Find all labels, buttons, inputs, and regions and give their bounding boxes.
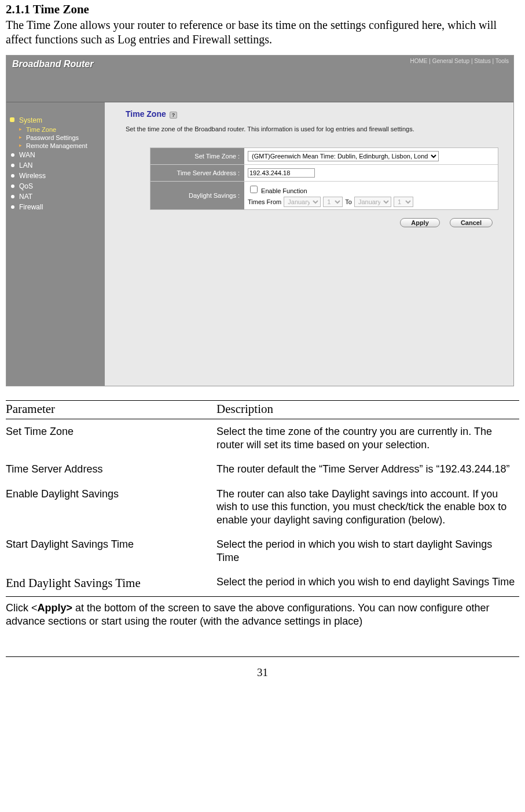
router-screenshot: Broadband Router HOME | General Setup | … bbox=[6, 55, 514, 386]
sidebar-sub-remote[interactable]: Remote Management bbox=[6, 142, 105, 150]
sidebar-item-wan[interactable]: WAN bbox=[6, 150, 105, 160]
row-param-0: Set Time Zone bbox=[6, 419, 216, 457]
row-param-1: Time Server Address bbox=[6, 457, 216, 482]
sidebar-item-system[interactable]: System bbox=[6, 115, 105, 126]
label-set-timezone: Set Time Zone : bbox=[150, 148, 244, 164]
router-brand: Broadband Router bbox=[12, 59, 93, 69]
row-desc-1: The router default the “Time Server Addr… bbox=[216, 457, 519, 482]
enable-daylight-checkbox[interactable] bbox=[250, 186, 258, 193]
main-title: Time Zone ? bbox=[126, 109, 503, 119]
sidebar-item-wireless[interactable]: Wireless bbox=[6, 171, 105, 181]
section-intro: The Time Zone allows your router to refe… bbox=[6, 18, 519, 47]
cancel-button[interactable]: Cancel bbox=[450, 218, 493, 227]
th-parameter: Parameter bbox=[6, 401, 216, 419]
row-param-2: Enable Daylight Savings bbox=[6, 482, 216, 533]
help-icon[interactable]: ? bbox=[170, 112, 178, 119]
sidebar-sub-timezone[interactable]: Time Zone bbox=[6, 126, 105, 134]
settings-form: Set Time Zone : (GMT)Greenwich Mean Time… bbox=[150, 147, 498, 210]
sidebar-item-nat[interactable]: NAT bbox=[6, 191, 105, 202]
row-desc-3: Select the period in which you wish to s… bbox=[216, 532, 519, 570]
from-month-select[interactable]: January bbox=[284, 197, 321, 207]
main-title-text: Time Zone bbox=[126, 109, 166, 119]
router-main: Time Zone ? Set the time zone of the Bro… bbox=[105, 102, 513, 386]
enable-daylight-label: Enable Function bbox=[261, 187, 307, 194]
row-desc-4: Select the period in which you wish to e… bbox=[216, 570, 519, 596]
parameter-table: Parameter Description Set Time Zone Sele… bbox=[6, 400, 519, 596]
after-pre: Click < bbox=[6, 602, 38, 614]
row-desc-2: The router can also take Daylight saving… bbox=[216, 482, 519, 533]
to-label: To bbox=[345, 198, 352, 205]
footer-rule bbox=[6, 656, 519, 657]
page-number: 31 bbox=[6, 666, 519, 679]
after-table-note: Click <Apply> at the bottom of the scree… bbox=[6, 596, 519, 628]
to-month-select[interactable]: January bbox=[354, 197, 391, 207]
row-param-4: End Daylight Savings Time bbox=[6, 570, 216, 596]
apply-button[interactable]: Apply bbox=[400, 218, 440, 227]
row-param-3: Start Daylight Savings Time bbox=[6, 532, 216, 570]
sidebar-sub-password[interactable]: Password Settings bbox=[6, 134, 105, 142]
time-server-input[interactable] bbox=[248, 168, 315, 178]
label-time-server: Time Server Address : bbox=[150, 165, 244, 181]
router-header: Broadband Router HOME | General Setup | … bbox=[6, 56, 513, 102]
label-daylight: Daylight Savings : bbox=[150, 182, 244, 209]
section-heading: 2.1.1 Time Zone bbox=[6, 2, 519, 17]
timezone-select[interactable]: (GMT)Greenwich Mean Time: Dublin, Edinbu… bbox=[248, 151, 439, 161]
times-from-label: Times From bbox=[248, 198, 281, 205]
row-desc-0: Select the time zone of the country you … bbox=[216, 419, 519, 457]
sidebar-item-firewall[interactable]: Firewall bbox=[6, 202, 105, 212]
to-day-select[interactable]: 1 bbox=[394, 197, 413, 207]
after-bold: Apply> bbox=[38, 602, 73, 614]
router-sidebar: System Time Zone Password Settings Remot… bbox=[6, 102, 105, 386]
th-description: Description bbox=[216, 401, 519, 419]
sidebar-item-lan[interactable]: LAN bbox=[6, 160, 105, 171]
main-desc: Set the time zone of the Broadband route… bbox=[126, 126, 503, 132]
after-post: at the bottom of the screen to save the … bbox=[6, 602, 490, 627]
router-topnav[interactable]: HOME | General Setup | Status | Tools bbox=[410, 58, 509, 64]
sidebar-item-qos[interactable]: QoS bbox=[6, 181, 105, 191]
from-day-select[interactable]: 1 bbox=[323, 197, 343, 207]
